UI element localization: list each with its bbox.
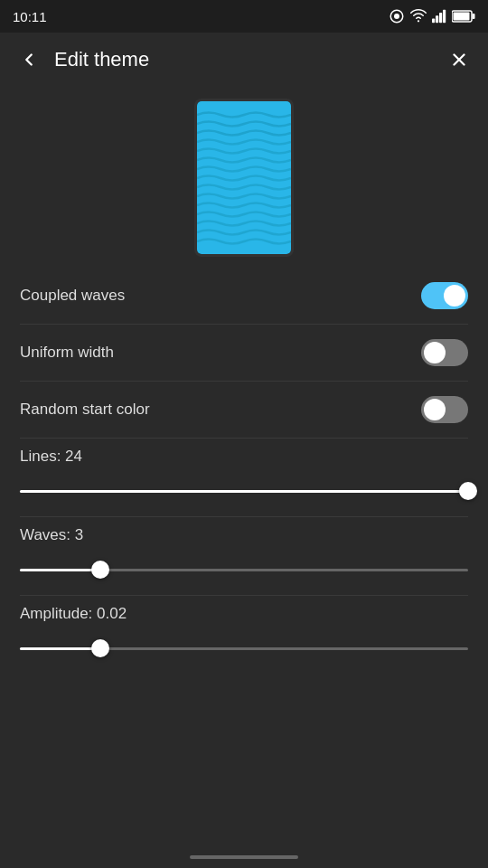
- lines-label: Lines: 24: [20, 448, 468, 466]
- status-time: 10:11: [13, 9, 47, 24]
- lines-slider-section: Lines: 24: [20, 439, 468, 516]
- status-icons: [389, 8, 475, 24]
- svg-point-2: [418, 20, 419, 22]
- theme-preview: [194, 99, 294, 257]
- amplitude-label: Amplitude: 0.02: [20, 605, 468, 623]
- uniform-width-toggle[interactable]: [421, 339, 468, 366]
- coupled-waves-toggle[interactable]: [421, 282, 468, 309]
- waves-slider-track-container[interactable]: [20, 561, 468, 579]
- amplitude-slider-track: [20, 647, 468, 650]
- amplitude-slider-track-container[interactable]: [20, 639, 468, 657]
- close-button[interactable]: [443, 43, 475, 76]
- wifi-icon: [410, 8, 427, 24]
- home-indicator: [190, 855, 298, 859]
- wave-visualization: [197, 101, 291, 254]
- lines-slider-track-container[interactable]: [20, 482, 468, 500]
- lines-slider-thumb[interactable]: [459, 482, 477, 500]
- waves-slider-thumb[interactable]: [91, 561, 109, 579]
- waves-slider-fill: [20, 569, 100, 571]
- close-icon: [449, 50, 469, 70]
- svg-rect-8: [454, 13, 470, 21]
- amplitude-slider-section: Amplitude: 0.02: [20, 596, 468, 674]
- coupled-waves-label: Coupled waves: [20, 287, 125, 305]
- status-bar: 10:11: [0, 0, 488, 33]
- back-button[interactable]: [13, 43, 45, 76]
- back-icon: [19, 50, 39, 70]
- battery-icon: [452, 10, 475, 23]
- waves-slider-track: [20, 569, 468, 571]
- svg-rect-3: [432, 18, 435, 23]
- waves-label: Waves: 3: [20, 526, 468, 544]
- coupled-waves-row: Coupled waves: [20, 268, 468, 324]
- amplitude-slider-fill: [20, 647, 100, 650]
- random-start-color-label: Random start color: [20, 401, 150, 419]
- random-start-color-toggle[interactable]: [421, 396, 468, 423]
- random-start-color-knob: [424, 399, 446, 420]
- page-title: Edit theme: [54, 48, 443, 71]
- lines-slider-track: [20, 490, 468, 493]
- svg-rect-5: [439, 13, 442, 23]
- svg-rect-6: [443, 10, 446, 23]
- svg-point-1: [394, 14, 399, 19]
- svg-rect-4: [436, 15, 438, 23]
- uniform-width-knob: [424, 342, 446, 363]
- target-icon: [389, 8, 405, 24]
- preview-area: [0, 87, 488, 268]
- lines-slider-fill: [20, 490, 468, 493]
- uniform-width-label: Uniform width: [20, 344, 114, 362]
- svg-rect-9: [473, 14, 475, 19]
- settings-panel: Coupled waves Uniform width Random start…: [0, 268, 488, 674]
- coupled-waves-knob: [444, 285, 465, 307]
- signal-icon: [432, 8, 446, 24]
- header: Edit theme: [0, 33, 488, 87]
- waves-slider-section: Waves: 3: [20, 517, 468, 595]
- amplitude-slider-thumb[interactable]: [91, 639, 109, 657]
- uniform-width-row: Uniform width: [20, 325, 468, 381]
- random-start-color-row: Random start color: [20, 382, 468, 438]
